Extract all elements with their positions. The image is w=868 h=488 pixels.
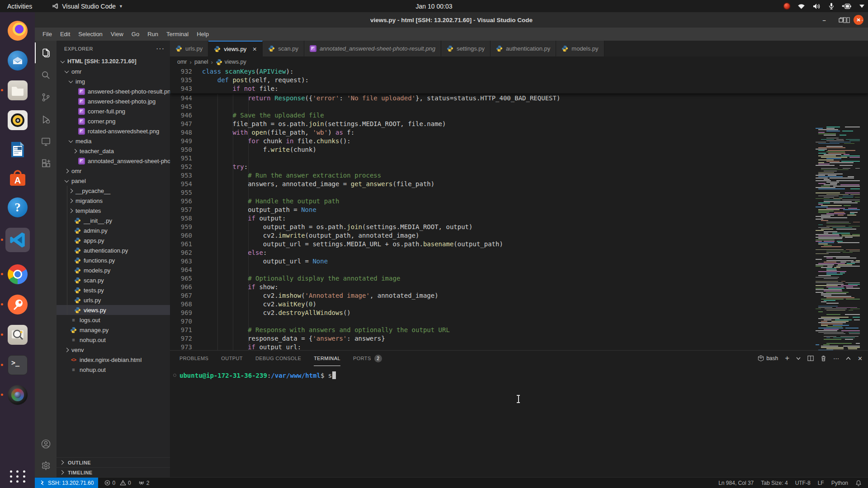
menu-help[interactable]: Help: [193, 29, 213, 39]
tree-item-html-ssh-13-202-71-60[interactable]: HTML [SSH: 13.202.71.60]: [57, 56, 170, 66]
ports-status[interactable]: 2: [135, 478, 153, 488]
tree-item-teacher-data[interactable]: teacher_data: [57, 146, 170, 156]
tree-item-corner-png[interactable]: corner.png: [57, 116, 170, 126]
activity-remote-explorer-icon[interactable]: [35, 131, 57, 152]
tree-item-admin-py[interactable]: admin.py: [57, 225, 170, 235]
dock-firefox-icon[interactable]: [5, 19, 30, 43]
dock-help-icon[interactable]: ?: [5, 195, 30, 220]
explorer-more-actions-icon[interactable]: ···: [156, 45, 165, 53]
menu-edit[interactable]: Edit: [56, 29, 74, 39]
tree-item-manage-py[interactable]: manage.py: [57, 325, 170, 335]
tree-item-img[interactable]: img: [57, 76, 170, 86]
shell-selector[interactable]: bash: [758, 355, 778, 361]
panel-tab-ports[interactable]: PORTS2: [353, 351, 382, 366]
command-decoration-icon[interactable]: [173, 374, 176, 377]
launch-profile-chevron-icon[interactable]: [796, 357, 801, 360]
panel-tab-problems[interactable]: PROBLEMS: [179, 351, 208, 366]
tab-models-py[interactable]: models.py: [556, 41, 604, 56]
menu-file[interactable]: File: [38, 29, 56, 39]
close-panel-icon[interactable]: ✕: [858, 355, 863, 362]
dock-libreoffice-writer-icon[interactable]: [5, 137, 30, 162]
app-menu-button[interactable]: Visual Studio Code ▼: [47, 3, 127, 10]
tree-item-corner-full-png[interactable]: corner-full.png: [57, 106, 170, 116]
breadcrumb-panel[interactable]: panel: [194, 59, 208, 65]
dock-rhythmbox-icon[interactable]: [5, 108, 30, 132]
activity-explorer-icon[interactable]: [35, 42, 57, 63]
dock-ubuntu-software-icon[interactable]: A: [5, 166, 30, 191]
tab-views-py[interactable]: views.py✕: [208, 41, 263, 56]
panel-tab-output[interactable]: OUTPUT: [221, 351, 243, 366]
tree-item-migrations[interactable]: migrations: [57, 196, 170, 206]
menu-view[interactable]: View: [107, 29, 127, 39]
dock-thunderbird-icon[interactable]: [5, 48, 30, 73]
code-editor[interactable]: 932class scanKeys(APIView):935 def post(…: [170, 67, 868, 350]
menu-run[interactable]: Run: [143, 29, 162, 39]
tree-item-views-py[interactable]: views.py: [57, 305, 170, 315]
status-lf[interactable]: LF: [814, 478, 828, 488]
panel-tab-debug-console[interactable]: DEBUG CONSOLE: [255, 351, 301, 366]
menu-go[interactable]: Go: [127, 29, 143, 39]
tree-item-models-py[interactable]: models.py: [57, 265, 170, 275]
window-title-bar[interactable]: views.py - html [SSH: 13.202.71.60] - Vi…: [35, 12, 868, 28]
minimize-button[interactable]: –: [819, 15, 829, 25]
more-actions-icon[interactable]: ⋯: [833, 355, 839, 362]
tree-item-apps-py[interactable]: apps.py: [57, 235, 170, 245]
tree-item-pycache[interactable]: __pycache__: [57, 186, 170, 196]
show-applications-button[interactable]: [9, 468, 26, 485]
status-utf-8[interactable]: UTF-8: [792, 478, 814, 488]
close-tab-icon[interactable]: ✕: [252, 46, 257, 52]
activity-source-control-icon[interactable]: [35, 87, 57, 108]
problems-status[interactable]: 0 0: [101, 478, 134, 488]
panel-tab-terminal[interactable]: TERMINAL: [314, 351, 340, 366]
status-ln-984-col-37[interactable]: Ln 984, Col 37: [715, 478, 757, 488]
tree-item-urls-py[interactable]: urls.py: [57, 295, 170, 305]
remote-indicator[interactable]: SSH: 13.202.71.60: [35, 478, 98, 488]
activity-settings-gear-icon[interactable]: [35, 455, 57, 476]
tree-item-media[interactable]: media: [57, 136, 170, 146]
terminal-content[interactable]: ubuntu@ip-172-31-36-239:/var/www/html$ s: [170, 366, 868, 477]
dock-postman-icon[interactable]: [5, 292, 30, 317]
dock-chrome-icon[interactable]: [5, 262, 30, 286]
dock-vscode-icon[interactable]: [5, 228, 30, 252]
split-terminal-icon[interactable]: [807, 355, 814, 361]
timeline-section[interactable]: TIMELINE: [57, 467, 170, 477]
menu-selection[interactable]: Selection: [74, 29, 106, 39]
dock-terminal-icon[interactable]: >_: [5, 353, 30, 377]
editor-more-actions-icon[interactable]: ⋯: [856, 16, 863, 24]
tab-settings-py[interactable]: settings.py: [441, 41, 491, 56]
status-tab-size-4[interactable]: Tab Size: 4: [757, 478, 791, 488]
activity-search-icon[interactable]: [35, 65, 57, 85]
tab-authentication-py[interactable]: authentication.py: [491, 41, 556, 56]
tree-item-panel[interactable]: panel: [57, 176, 170, 186]
activity-account-icon[interactable]: [35, 433, 57, 454]
breadcrumb-omr[interactable]: omr: [177, 59, 187, 65]
tree-item-logs-out[interactable]: ≡logs.out: [57, 315, 170, 325]
tab-scan-py[interactable]: scan.py: [263, 41, 304, 56]
tree-item-templates[interactable]: templates: [57, 206, 170, 216]
tab-annotated-answered-sheet-photo-result-png[interactable]: annotated_answered-sheet-photo-result.pn…: [304, 41, 441, 56]
tree-item-annotated-answered-sheet-pho[interactable]: annotated_answered-sheet-pho...: [57, 156, 170, 166]
breadcrumb-views-py[interactable]: views.py: [216, 59, 246, 66]
split-editor-icon[interactable]: [843, 17, 850, 23]
tree-item-scan-py[interactable]: scan.py: [57, 275, 170, 285]
outline-section[interactable]: OUTLINE: [57, 457, 170, 467]
tree-item-omr[interactable]: omr: [57, 66, 170, 76]
system-tray[interactable]: [784, 0, 864, 12]
tree-item-answered-sheet-photo-result-png[interactable]: answered-sheet-photo-result.png: [57, 86, 170, 96]
activity-extensions-icon[interactable]: [35, 153, 57, 174]
tree-item-index-nginx-debian-html[interactable]: <>index.nginx-debian.html: [57, 355, 170, 365]
tab-urls-py[interactable]: urls.py: [170, 41, 208, 56]
dock-screenshot-tool-icon[interactable]: [5, 323, 30, 347]
tree-item-functions-py[interactable]: functions.py: [57, 255, 170, 265]
notifications-bell[interactable]: [852, 478, 865, 488]
tree-item-nohup-out[interactable]: ≡nohup.out: [57, 365, 170, 375]
tree-item-venv[interactable]: venv: [57, 345, 170, 355]
maximize-panel-icon[interactable]: [846, 357, 851, 360]
tree-item-rotated-answeredsheet-png[interactable]: rotated-answeredsheet.png: [57, 126, 170, 136]
clock[interactable]: Jan 10 00:03: [0, 3, 868, 10]
dock-gimp-icon[interactable]: [5, 383, 30, 407]
tree-item-authentication-py[interactable]: authentication.py: [57, 245, 170, 255]
tree-item-tests-py[interactable]: tests.py: [57, 285, 170, 295]
minimap[interactable]: [815, 122, 862, 350]
tree-item-omr[interactable]: omr: [57, 166, 170, 176]
